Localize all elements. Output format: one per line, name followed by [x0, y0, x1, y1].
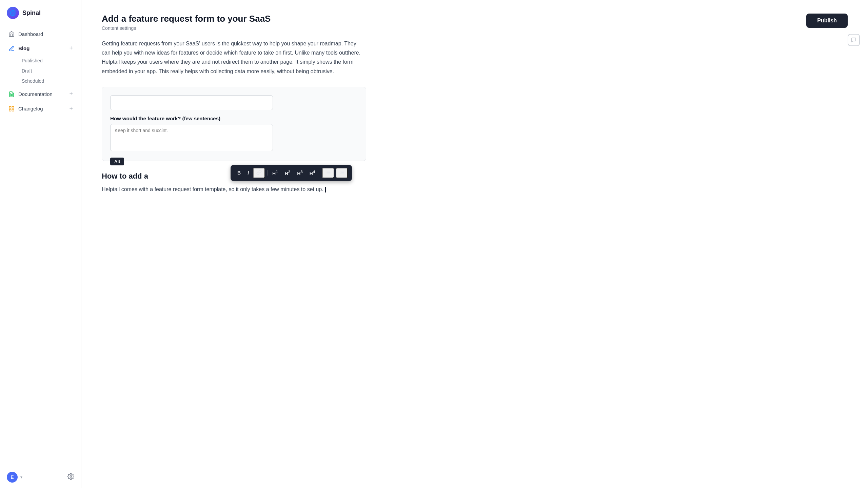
form-question-label: How would the feature work? (few sentenc…: [110, 116, 358, 121]
blog-icon: [8, 45, 15, 52]
section-paragraph-text: Helptail comes with: [102, 186, 150, 192]
text-cursor: [325, 187, 326, 192]
title-section: Add a feature request form to your SaaS …: [102, 14, 806, 31]
doc-icon: [8, 91, 15, 98]
ordered-list-button[interactable]: [336, 168, 348, 178]
documentation-add-icon[interactable]: +: [69, 90, 73, 98]
italic-button[interactable]: I: [245, 169, 252, 177]
svg-point-6: [70, 475, 72, 477]
h4-button[interactable]: H4: [307, 168, 318, 177]
sidebar-item-documentation[interactable]: Documentation +: [4, 87, 77, 101]
publish-button[interactable]: Publish: [806, 14, 848, 28]
app-name: Spinal: [22, 9, 41, 17]
svg-rect-5: [9, 109, 11, 111]
home-icon: [8, 30, 15, 37]
avatar: E: [7, 472, 18, 483]
sidebar-subitem-scheduled[interactable]: Scheduled: [18, 76, 77, 86]
main-content: Add a feature request form to your SaaS …: [81, 0, 868, 488]
sidebar-item-documentation-label: Documentation: [18, 91, 66, 97]
alt-badge: Alt: [110, 158, 124, 165]
page-subtitle: Content settings: [102, 25, 806, 31]
link-button[interactable]: [253, 168, 265, 178]
svg-rect-3: [12, 106, 14, 108]
svg-rect-2: [9, 106, 11, 108]
sidebar-item-changelog[interactable]: Changelog +: [4, 102, 77, 116]
sidebar-nav: Dashboard Blog + Published Draft Schedul…: [0, 27, 81, 466]
form-container: How would the feature work? (few sentenc…: [102, 87, 366, 161]
h3-button[interactable]: H3: [294, 168, 305, 177]
sidebar-item-blog-label: Blog: [18, 45, 66, 51]
svg-rect-4: [12, 109, 14, 111]
sidebar-item-dashboard[interactable]: Dashboard: [4, 27, 77, 41]
h1-button[interactable]: H1: [270, 168, 281, 177]
highlighted-text: a feature request form template: [150, 186, 225, 192]
changelog-icon: [8, 105, 15, 112]
comment-icon[interactable]: [848, 34, 860, 46]
form-top-input[interactable]: [110, 95, 273, 110]
toolbar-divider-1: [267, 170, 268, 176]
toolbar-divider-2: [320, 170, 320, 176]
sidebar: 🌀 Spinal Dashboard Blog +: [0, 0, 81, 488]
section-paragraph-rest: , so it only takes a few minutes to set …: [226, 186, 325, 192]
bold-button[interactable]: B: [235, 169, 243, 177]
sidebar-item-changelog-label: Changelog: [18, 106, 66, 111]
section-paragraph[interactable]: Helptail comes with a feature request fo…: [102, 185, 366, 194]
blog-subitems: Published Draft Scheduled: [4, 56, 77, 86]
sidebar-subitem-published[interactable]: Published: [18, 56, 77, 65]
settings-icon[interactable]: [67, 473, 74, 482]
h2-button[interactable]: H2: [282, 168, 293, 177]
blog-add-icon[interactable]: +: [69, 45, 73, 52]
section-area: B I H1 H2 H3 H4: [102, 172, 366, 194]
content-intro: Getting feature requests from your SaaS'…: [102, 39, 366, 76]
chevron-down-icon: ▾: [20, 475, 22, 480]
comment-area: [848, 34, 860, 46]
sidebar-item-dashboard-label: Dashboard: [18, 31, 73, 37]
logo-area: 🌀 Spinal: [0, 0, 81, 27]
sidebar-footer: E ▾: [0, 466, 81, 488]
form-textarea[interactable]: [110, 124, 273, 151]
logo-icon: 🌀: [7, 7, 19, 19]
formatting-toolbar: B I H1 H2 H3 H4: [231, 165, 352, 181]
page-title: Add a feature request form to your SaaS: [102, 14, 806, 24]
user-info[interactable]: E ▾: [7, 472, 22, 483]
section-heading-text: How to add a: [102, 172, 148, 180]
sidebar-subitem-draft[interactable]: Draft: [18, 66, 77, 76]
sidebar-item-blog[interactable]: Blog +: [4, 41, 77, 55]
changelog-add-icon[interactable]: +: [69, 105, 73, 112]
main-header: Add a feature request form to your SaaS …: [102, 14, 848, 31]
unordered-list-button[interactable]: [322, 168, 334, 178]
